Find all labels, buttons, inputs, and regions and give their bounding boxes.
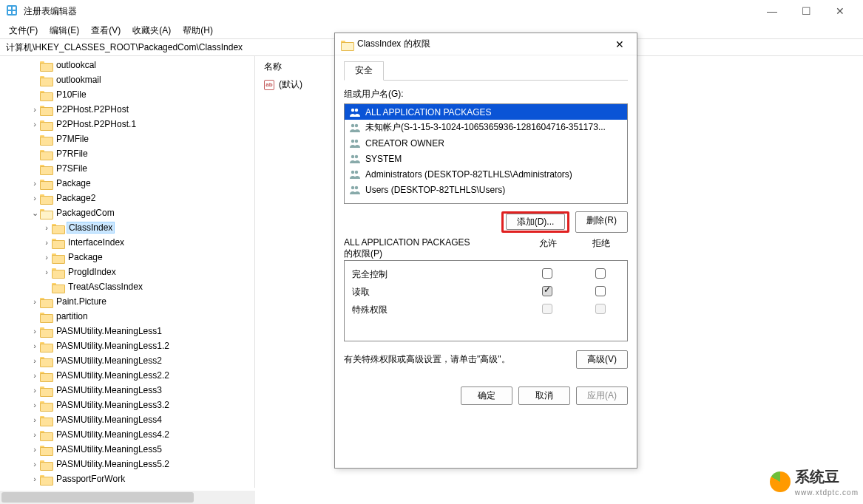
tree-node-label: P10File [55,89,88,100]
tree-node[interactable]: ⌄PackagedCom [6,205,254,220]
tree-node[interactable]: ›PASMUtility.MeaningLess5.2 [6,457,254,471]
tree-node[interactable]: outlookmail [6,72,254,87]
tab-security[interactable]: 安全 [344,61,384,81]
users-group-icon [349,154,361,164]
chevron-right-icon[interactable]: › [30,356,40,365]
tree-node[interactable]: ›ClassIndex [6,220,254,235]
folder-icon [40,311,52,321]
window-minimize-button[interactable]: — [755,0,789,22]
tree-node[interactable]: ›Package2 [6,191,254,205]
tree-node-label: PASMUtility.MeaningLess2 [55,355,163,366]
chevron-down-icon[interactable]: ⌄ [30,208,40,218]
chevron-right-icon[interactable]: › [30,371,40,380]
tree-node[interactable]: ›PASMUtility.MeaningLess1.2 [6,338,254,353]
chevron-right-icon[interactable]: › [30,179,40,188]
menu-help[interactable]: 帮助(H) [177,23,219,38]
chevron-right-icon[interactable]: › [30,327,40,336]
ok-button[interactable]: 确定 [461,386,512,405]
user-row[interactable]: Administrators (DESKTOP-82TLHLS\Administ… [345,166,627,182]
remove-button[interactable]: 删除(R) [575,211,628,233]
tree-node[interactable]: P7MFile [6,132,254,146]
chevron-right-icon[interactable]: › [30,297,40,306]
folder-icon [40,178,52,188]
folder-icon [40,385,52,395]
tree-node[interactable]: ›PassportForWork [6,471,254,486]
chevron-right-icon[interactable]: › [30,194,40,202]
tree-node[interactable]: ›PASMUtility.MeaningLess4.2 [6,427,254,442]
window-close-button[interactable]: ✕ [823,0,857,22]
tree-node[interactable]: ›PASMUtility.MeaningLess5 [6,442,254,457]
add-button[interactable]: 添加(D)... [506,214,566,230]
scrollbar-thumb[interactable] [1,492,194,503]
tree-node[interactable]: ›PASMUtility.MeaningLess2 [6,353,254,368]
folder-icon [40,474,52,484]
advanced-button[interactable]: 高级(V) [576,350,628,369]
menu-file[interactable]: 文件(F) [3,23,44,38]
tree-node[interactable]: outlookcal [6,58,254,72]
tree-node[interactable]: ›PASMUtility.MeaningLess1 [6,324,254,338]
user-row[interactable]: ALL APPLICATION PACKAGES [345,104,627,120]
users-group-icon [349,185,361,195]
menu-view[interactable]: 查看(V) [85,23,126,38]
allow-checkbox[interactable] [542,268,552,279]
deny-checkbox[interactable] [595,268,606,279]
folder-icon [40,193,52,203]
tree-node[interactable]: ›P2PHost.P2PHost.1 [6,117,254,132]
tree-node[interactable]: P10File [6,87,254,102]
user-name: CREATOR OWNER [365,138,444,149]
dialog-close-button[interactable]: ✕ [609,37,631,52]
tree-node[interactable]: ›PASMUtility.MeaningLess4 [6,412,254,427]
tree-node[interactable]: ›PASMUtility.MeaningLess2.2 [6,368,254,383]
chevron-right-icon[interactable]: › [41,238,52,247]
cancel-button[interactable]: 取消 [518,386,570,405]
menu-favorites[interactable]: 收藏夹(A) [126,23,177,38]
tree-node[interactable]: ›PASMUtility.MeaningLess3.2 [6,398,254,412]
tree-node[interactable]: ›PASMUtility.MeaningLess3 [6,383,254,398]
window-maximize-button[interactable]: ☐ [789,0,823,22]
tree-node-label: P7SFile [55,163,89,174]
user-row[interactable]: 未知帐户(S-1-15-3-1024-1065365936-1281604716… [345,120,627,135]
tree-pane[interactable]: outlookcaloutlookmailP10File›P2PHost.P2P… [0,56,255,488]
tree-node[interactable]: ›Package [6,176,254,191]
chevron-right-icon[interactable]: › [41,253,52,262]
chevron-right-icon[interactable]: › [30,415,40,424]
chevron-right-icon[interactable]: › [30,386,40,395]
users-listbox[interactable]: ALL APPLICATION PACKAGES未知帐户(S-1-15-3-10… [344,103,628,204]
chevron-right-icon[interactable]: › [41,223,52,232]
tree-node[interactable]: ›InterfaceIndex [6,235,254,250]
chevron-right-icon[interactable]: › [30,460,40,469]
folder-icon [40,60,52,70]
user-row[interactable]: Users (DESKTOP-82TLHLS\Users) [345,182,627,197]
regedit-icon [6,4,18,18]
deny-checkbox[interactable] [595,286,606,296]
tree-node[interactable]: ›P2PHost.P2PHost [6,102,254,117]
user-row[interactable]: SYSTEM [345,151,627,166]
chevron-right-icon[interactable]: › [41,268,52,276]
chevron-right-icon[interactable]: › [30,401,40,409]
tree-node[interactable]: partition [6,309,254,324]
tree-node-label: PASMUtility.MeaningLess1.2 [55,341,171,351]
user-row[interactable]: CREATOR OWNER [345,135,627,151]
chevron-right-icon[interactable]: › [30,105,40,114]
apply-button[interactable]: 应用(A) [576,386,628,405]
tree-node[interactable]: P7SFile [6,161,254,176]
chevron-right-icon[interactable]: › [30,474,40,483]
group-users-label: 组或用户名(G): [344,88,628,101]
tree-node[interactable]: ›ProgIdIndex [6,265,254,279]
tree-node[interactable]: ›Package [6,250,254,265]
folder-icon [40,208,52,218]
allow-checkbox[interactable] [542,286,552,296]
chevron-right-icon[interactable]: › [30,120,40,129]
tree-node[interactable]: ›Paint.Picture [6,294,254,309]
chevron-right-icon[interactable]: › [30,445,40,454]
chevron-right-icon[interactable]: › [30,430,40,439]
permissions-listbox[interactable]: 完全控制读取特殊权限 [344,260,628,341]
menu-edit[interactable]: 编辑(E) [44,23,85,38]
tree-node[interactable]: TreatAsClassIndex [6,279,254,294]
chevron-right-icon[interactable]: › [30,341,40,350]
folder-icon [40,119,52,129]
tree-node[interactable]: P7RFile [6,146,254,161]
dialog-titlebar[interactable]: ClassIndex 的权限 ✕ [335,33,637,55]
tree-horizontal-scrollbar[interactable] [0,491,255,504]
svg-point-8 [355,123,358,126]
